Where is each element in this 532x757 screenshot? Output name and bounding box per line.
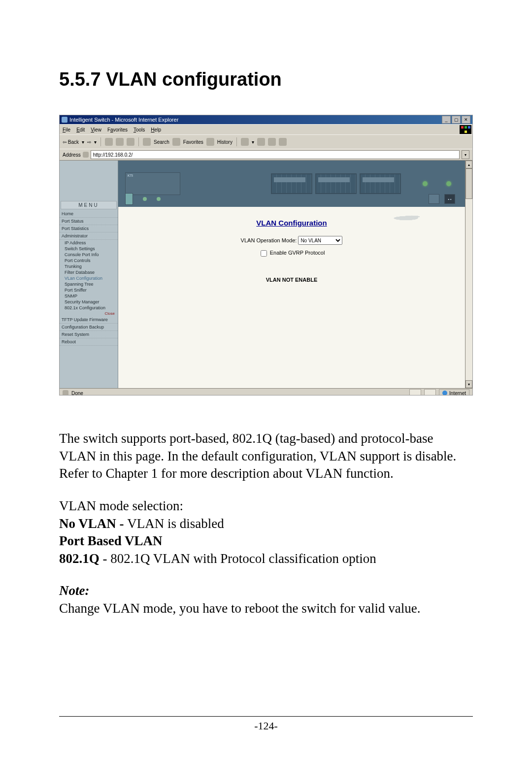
address-bar: Address ▾ [60, 149, 472, 160]
sidebar-close[interactable]: Close [60, 311, 118, 316]
note-body: Change VLAN mode, you have to reboot the… [59, 601, 421, 616]
sidebar-sub-port-controls[interactable]: Port Controls [60, 258, 118, 263]
address-dropdown[interactable]: ▾ [462, 150, 469, 159]
menu-help[interactable]: Help [151, 127, 161, 132]
menu-view[interactable]: View [91, 127, 101, 132]
vlan-mode-label: VLAN Operation Mode: [241, 237, 297, 243]
menu-favorites[interactable]: Favorites [107, 127, 128, 132]
led-1 [423, 181, 428, 186]
banner-icon-1 [429, 194, 439, 204]
sidebar-item-tftp-update[interactable]: TFTP Update Firmware [60, 316, 118, 324]
sidebar-sub-console-port-info[interactable]: Console Port Info [60, 252, 118, 258]
scroll-down-button[interactable]: ▾ [466, 380, 472, 388]
home-icon[interactable] [127, 138, 134, 146]
sidebar-item-port-status[interactable]: Port Status [60, 218, 118, 225]
search-icon[interactable] [143, 138, 151, 146]
page-number: -124- [254, 720, 278, 732]
discuss-icon[interactable] [279, 138, 287, 146]
decorative-wave [376, 211, 435, 226]
done-icon [63, 390, 68, 395]
q-bold: 802.1Q [59, 551, 100, 566]
no-vlan-rest: VLAN is disabled [127, 516, 224, 531]
window-title: Intelligent Switch - Microsoft Internet … [69, 117, 178, 123]
sidebar-sub-switch-settings[interactable]: Switch Settings [60, 246, 118, 252]
edit-icon[interactable] [268, 138, 276, 146]
back-dropdown[interactable]: ▾ [82, 139, 84, 145]
page-footer: -124- [59, 716, 473, 732]
banner-icon-2: ▪ ▪ [444, 194, 455, 204]
sidebar-item-port-statistics[interactable]: Port Statistics [60, 225, 118, 232]
q-rest: - 802.1Q VLAN with Protocol classificati… [100, 551, 376, 566]
back-button[interactable]: ⇦ Back [63, 139, 79, 145]
maximize-button[interactable]: ▢ [452, 116, 461, 124]
search-button[interactable]: Search [154, 139, 169, 145]
menubar: File Edit View Favorites Tools Help [60, 124, 472, 134]
history-button[interactable]: History [217, 139, 233, 145]
forward-button[interactable]: ⇨ [87, 139, 91, 145]
banner-logo: KTI [125, 172, 180, 195]
sidebar-sub-port-sniffer[interactable]: Port Sniffer [60, 287, 118, 293]
status-segment-1 [409, 389, 421, 395]
gvrp-checkbox[interactable] [261, 250, 267, 257]
vlan-not-enable-text: VLAN NOT ENABLE [133, 277, 450, 283]
no-vlan-bold: No VLAN - [59, 516, 127, 531]
status-dot-1 [143, 197, 147, 201]
sidebar-sub-trunking[interactable]: Trunking [60, 263, 118, 269]
vlan-mode-select[interactable]: No VLAN [298, 236, 342, 245]
sidebar-item-reset-system[interactable]: Reset System [60, 331, 118, 338]
sidebar-sub-security-manager[interactable]: Security Manager [60, 299, 118, 305]
menu-tools[interactable]: Tools [133, 127, 145, 132]
paragraph-note: Note: Change VLAN mode, you have to rebo… [59, 582, 473, 617]
paragraph-modes: VLAN mode selection: No VLAN - VLAN is d… [59, 497, 473, 568]
statusbar: Done Internet [60, 388, 472, 395]
sidebar-sub-8021x-configuration[interactable]: 802.1x Configuration [60, 305, 118, 311]
sidebar-item-administrator[interactable]: Administrator [60, 232, 118, 240]
browser-screenshot: Intelligent Switch - Microsoft Internet … [59, 115, 473, 395]
port-block-1 [271, 173, 312, 194]
menu-edit[interactable]: Edit [76, 127, 85, 132]
sidebar-sub-filter-database[interactable]: Filter Database [60, 269, 118, 275]
status-zone: Internet [449, 391, 466, 396]
status-segment-2 [424, 389, 436, 395]
port-block-3 [360, 173, 401, 194]
sidebar-item-reboot[interactable]: Reboot [60, 338, 118, 346]
port-block-2 [315, 173, 357, 194]
scroll-thumb[interactable] [466, 168, 472, 199]
mode-selection-line: VLAN mode selection: [59, 498, 183, 513]
menu-file[interactable]: File [63, 127, 70, 132]
globe-icon [442, 391, 447, 395]
history-icon[interactable] [206, 138, 214, 146]
paragraph-intro: The switch supports port-based, 802.1Q (… [59, 430, 473, 483]
sidebar-sub-spanning-tree[interactable]: Spanning Tree [60, 281, 118, 287]
favorites-icon[interactable] [172, 138, 180, 146]
status-internet: Internet [439, 389, 469, 395]
status-dot-2 [157, 197, 161, 201]
sidebar-sub-ip-address[interactable]: IP Address [60, 240, 118, 246]
device-icon [125, 193, 133, 205]
port-based-bold: Port Based VLAN [59, 533, 163, 548]
print-icon[interactable] [257, 138, 265, 146]
status-done: Done [71, 391, 83, 396]
sidebar-menu-header: MENU [61, 201, 117, 209]
scrollbar-vertical[interactable]: ▴ ▾ [465, 161, 472, 388]
note-label: Note: [59, 583, 89, 598]
favorites-button[interactable]: Favorites [183, 139, 203, 145]
windows-logo-icon [460, 125, 471, 134]
mail-dropdown[interactable]: ▾ [252, 139, 254, 145]
forward-dropdown[interactable]: ▾ [94, 139, 97, 145]
minimize-button[interactable]: _ [442, 116, 451, 124]
refresh-icon[interactable] [116, 138, 124, 146]
close-button[interactable]: ✕ [462, 116, 470, 124]
page-icon [83, 152, 89, 158]
address-input[interactable] [91, 150, 460, 159]
scroll-up-button[interactable]: ▴ [466, 161, 472, 168]
sidebar-item-config-backup[interactable]: Configuration Backup [60, 324, 118, 331]
sidebar: MENU Home Port Status Port Statistics Ad… [60, 161, 118, 388]
mail-icon[interactable] [241, 138, 249, 146]
sidebar-item-home[interactable]: Home [60, 210, 118, 218]
sidebar-sub-snmp[interactable]: SNMP [60, 293, 118, 299]
address-label: Address [63, 152, 81, 158]
sidebar-sub-vlan-configuration[interactable]: VLan Configuration [60, 275, 118, 281]
stop-icon[interactable] [105, 138, 113, 146]
content-area: KTI ▪ ▪ [118, 161, 465, 388]
